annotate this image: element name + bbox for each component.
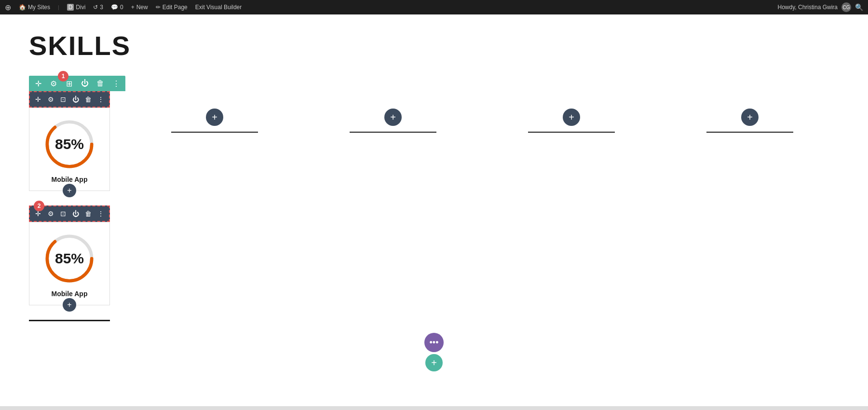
howdy-text: Howdy, Christina Gwira [778, 4, 838, 11]
exit-builder-btn[interactable]: Exit Visual Builder [195, 4, 242, 11]
add-module-btn-2[interactable]: + [63, 298, 76, 312]
module-1: 85% Mobile App + [29, 108, 110, 191]
edit-page-label: Edit Page [163, 4, 188, 11]
section-toolbar-1: ✛ ⚙ ⊞ ⏻ 🗑 ⋮ 1 [29, 76, 125, 91]
page-content: SKILLS ✛ ⚙ ⊞ ⏻ 🗑 ⋮ 1 ✛ ⚙ ⊡ ⏻ 🗑 [0, 15, 868, 336]
new-label: New [136, 4, 148, 11]
section-delete-btn[interactable]: 🗑 [95, 78, 106, 89]
row-more-btn[interactable]: ⋮ [96, 94, 105, 105]
comments-menu[interactable]: 💬 0 [111, 4, 123, 11]
admin-bar: ⊕ 🏠 My Sites | D Divi ↺ 3 💬 0 + New ✏ Ed… [0, 0, 868, 14]
row2-delete-btn[interactable]: 🗑 [84, 208, 93, 219]
scrollbar[interactable] [0, 406, 868, 410]
col3-line [350, 132, 436, 133]
module-label-2: Mobile App [52, 290, 88, 298]
my-sites-menu[interactable]: 🏠 My Sites [19, 4, 50, 11]
col4-line [528, 132, 615, 133]
col2-add-btn[interactable]: + [206, 109, 223, 126]
section-settings-btn[interactable]: ⚙ [48, 78, 59, 89]
row2-settings-btn[interactable]: ⚙ [46, 208, 55, 219]
bottom-section-line [29, 320, 110, 321]
divi-menu[interactable]: D Divi [67, 4, 86, 11]
col4-add-btn[interactable]: + [563, 109, 580, 126]
revision-count: 3 [100, 4, 103, 11]
row-delete-btn[interactable]: 🗑 [84, 94, 93, 105]
wordpress-logo[interactable]: ⊕ [5, 3, 11, 12]
new-icon: + [131, 4, 135, 11]
divi-label: Divi [76, 4, 85, 11]
comment-count: 0 [120, 4, 123, 11]
section-move-btn[interactable]: ✛ [33, 78, 43, 89]
percent-label-1: 85% [55, 136, 84, 152]
adminbar-right: Howdy, Christina Gwira CG 🔍 [778, 2, 863, 12]
col5-add-btn[interactable]: + [741, 109, 759, 126]
page-title: SKILLS [29, 30, 839, 61]
row-settings-btn[interactable]: ⚙ [46, 94, 55, 105]
section-badge-2: 2 [34, 201, 44, 211]
row2-more-btn[interactable]: ⋮ [96, 208, 105, 219]
row-toggle-btn[interactable]: ⏻ [71, 94, 80, 105]
module-content-2: 85% Mobile App + [29, 222, 109, 305]
section-toggle-btn[interactable]: ⏻ [80, 78, 90, 89]
row-container-1: ✛ ⚙ ⊡ ⏻ 🗑 ⋮ 85% [29, 91, 839, 191]
section-badge-1: 1 [58, 71, 68, 82]
column-4: + [482, 109, 661, 133]
search-button[interactable]: 🔍 [855, 3, 863, 11]
avatar: CG [841, 2, 851, 12]
dots-icon: ••• [430, 338, 439, 348]
column-1: ✛ ⚙ ⊡ ⏻ 🗑 ⋮ 85% [29, 91, 125, 191]
other-columns-1: + + + + [125, 91, 839, 133]
column-5: + [661, 109, 839, 133]
floating-dots-btn[interactable]: ••• [424, 333, 444, 352]
wordpress-icon: ⊕ [5, 3, 11, 12]
my-sites-icon: 🏠 [19, 4, 26, 11]
section-more-btn[interactable]: ⋮ [111, 78, 122, 89]
section-2: 2 ✛ ⚙ ⊡ ⏻ 🗑 ⋮ 85% Mobile App + [29, 205, 839, 321]
row-move-btn[interactable]: ✛ [34, 94, 42, 105]
floating-buttons: ••• + [424, 333, 444, 371]
circle-chart-1: 85% [43, 118, 96, 171]
comments-icon: 💬 [111, 4, 118, 11]
add-module-btn-1[interactable]: + [63, 184, 76, 197]
revisions-icon: ↺ [93, 4, 98, 11]
module-2: 85% Mobile App + [29, 222, 110, 305]
exit-builder-label: Exit Visual Builder [195, 4, 242, 11]
divi-icon: D [67, 4, 74, 11]
row2-layout-btn[interactable]: ⊡ [59, 208, 68, 219]
module-label-1: Mobile App [52, 176, 88, 183]
column-3: + [304, 109, 482, 133]
floating-plus-btn[interactable]: + [425, 354, 443, 371]
edit-page-btn[interactable]: ✏ Edit Page [156, 4, 188, 11]
col5-line [706, 132, 793, 133]
new-menu[interactable]: + New [131, 4, 148, 11]
plus-icon: + [431, 357, 437, 369]
row2-toggle-btn[interactable]: ⏻ [71, 208, 80, 219]
revisions-menu[interactable]: ↺ 3 [93, 4, 103, 11]
separator1: | [58, 5, 59, 10]
row-toolbar-1: ✛ ⚙ ⊡ ⏻ 🗑 ⋮ [29, 91, 110, 108]
col3-add-btn[interactable]: + [384, 109, 402, 126]
column-2: + [125, 109, 304, 133]
section-1: ✛ ⚙ ⊞ ⏻ 🗑 ⋮ 1 ✛ ⚙ ⊡ ⏻ 🗑 ⋮ [29, 76, 839, 191]
my-sites-label: My Sites [28, 4, 50, 11]
row-layout-btn[interactable]: ⊡ [59, 94, 68, 105]
percent-label-2: 85% [55, 250, 84, 267]
edit-icon: ✏ [156, 4, 161, 11]
module-content-1: 85% Mobile App + [29, 108, 109, 191]
col2-line [171, 132, 258, 133]
circle-chart-2: 85% [43, 232, 96, 285]
